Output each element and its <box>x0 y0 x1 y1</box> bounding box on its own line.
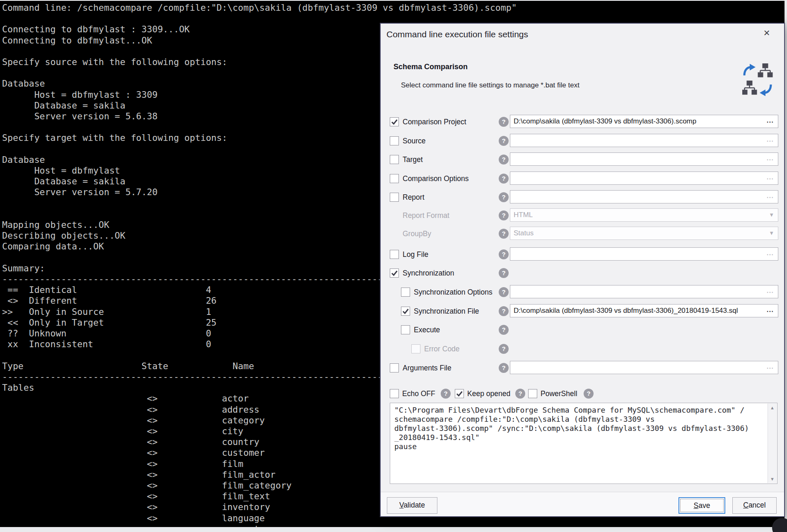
checkbox[interactable] <box>390 117 399 126</box>
chevron-down-icon: ▼ <box>769 209 774 221</box>
help-icon[interactable]: ? <box>499 363 509 373</box>
command-line-settings-dialog: Command line execution file settings × S… <box>380 23 785 517</box>
settings-row-label: Error Code <box>424 342 460 356</box>
checkbox[interactable] <box>390 174 399 183</box>
bat-option-label: Echo OFF <box>402 387 435 401</box>
checkbox[interactable] <box>390 389 399 398</box>
save-button[interactable]: Save <box>678 497 725 514</box>
value-field[interactable]: ... <box>510 247 778 261</box>
settings-row: Synchronization File ? D:\comp\sakila (d… <box>381 304 784 318</box>
scrollbar[interactable]: ▲ ▼ <box>768 404 777 483</box>
settings-row-label: Report Format <box>403 208 449 222</box>
settings-row-label: Source <box>403 134 425 148</box>
browse-ellipsis-button[interactable]: ... <box>767 153 774 164</box>
checkbox[interactable] <box>401 288 410 297</box>
bat-option-label: Keep opened <box>467 387 510 401</box>
help-icon[interactable]: ? <box>499 344 509 354</box>
settings-row: Report Format ? HTML ▼ <box>381 208 784 222</box>
value-field[interactable]: ... <box>510 134 778 147</box>
value-field[interactable]: HTML ▼ <box>510 208 778 222</box>
browse-ellipsis-button[interactable]: ... <box>767 361 774 372</box>
bat-text-editor[interactable]: "C:\Program Files\Devart\dbForge Schema … <box>390 403 777 484</box>
browse-ellipsis-button[interactable]: ... <box>767 285 774 296</box>
help-icon[interactable]: ? <box>499 117 509 127</box>
browse-ellipsis-button[interactable]: ... <box>767 134 774 145</box>
settings-row-label: Execute <box>414 323 440 337</box>
browse-ellipsis-button[interactable]: ... <box>767 191 774 201</box>
value-field[interactable]: ... <box>510 361 778 374</box>
value-field[interactable]: D:\comp\sakila (dbfmylast-3309 vs dbfmyl… <box>510 115 778 128</box>
help-icon[interactable]: ? <box>499 306 509 316</box>
help-icon[interactable]: ? <box>499 155 509 164</box>
settings-row-label: Synchronization File <box>414 304 479 318</box>
bat-options-row: Echo OFF ? Keep opened ? PowerShell ? <box>381 387 784 401</box>
settings-row: Target ? ... <box>381 152 784 167</box>
browse-ellipsis-button[interactable]: ... <box>767 248 774 259</box>
browse-ellipsis-button[interactable]: ... <box>767 115 774 126</box>
settings-row-label: Comparison Project <box>403 115 466 129</box>
help-icon[interactable]: ? <box>499 268 509 278</box>
value-field[interactable]: ... <box>510 152 778 166</box>
checkbox[interactable] <box>390 136 399 145</box>
help-icon[interactable]: ? <box>499 174 509 184</box>
settings-row: Log File ? ... <box>381 247 784 261</box>
dialog-title: Command line execution file settings <box>386 29 528 39</box>
cancel-button[interactable]: Cancel <box>732 497 777 514</box>
settings-row: GroupBy ? Status ▼ <box>381 227 784 241</box>
checkbox[interactable] <box>401 307 410 316</box>
help-icon[interactable]: ? <box>499 325 509 335</box>
help-icon[interactable]: ? <box>499 249 509 259</box>
settings-row-label: Synchronization Options <box>414 285 492 299</box>
bat-text[interactable]: "C:\Program Files\Devart\dbForge Schema … <box>394 406 764 451</box>
checkbox[interactable] <box>390 155 399 164</box>
help-icon[interactable]: ? <box>499 136 509 146</box>
field-value: D:\comp\sakila (dbfmylast-3309 vs dbfmyl… <box>514 115 696 128</box>
help-icon[interactable]: ? <box>515 389 525 399</box>
help-icon[interactable]: ? <box>441 389 451 399</box>
scroll-up-icon[interactable]: ▲ <box>768 405 777 410</box>
bat-option-label: PowerShell <box>541 387 577 401</box>
settings-row-label: GroupBy <box>403 227 431 241</box>
checkbox[interactable] <box>390 268 399 278</box>
checkbox[interactable] <box>455 389 464 398</box>
scroll-down-icon[interactable]: ▼ <box>768 476 777 481</box>
settings-row: Comparison Options ? ... <box>381 172 784 186</box>
value-field[interactable]: ... <box>510 285 778 298</box>
checkbox[interactable] <box>411 344 420 353</box>
settings-row: Source ? ... <box>381 134 784 148</box>
footer-divider <box>381 492 784 492</box>
help-icon[interactable]: ? <box>499 192 509 202</box>
settings-row: Execute ? <box>381 323 784 337</box>
settings-row: Synchronization Options ? ... <box>381 285 784 299</box>
help-icon[interactable]: ? <box>584 389 594 399</box>
help-icon[interactable]: ? <box>499 210 509 220</box>
settings-row: Arguments File ? ... <box>381 361 784 375</box>
browse-ellipsis-button[interactable]: ... <box>767 305 774 315</box>
help-icon[interactable]: ? <box>499 287 509 297</box>
checkbox[interactable] <box>401 325 410 334</box>
value-field[interactable]: ... <box>510 190 778 203</box>
browse-ellipsis-button[interactable]: ... <box>767 172 774 183</box>
settings-row: Synchronization ? <box>381 266 784 280</box>
value-field[interactable]: D:\comp\sakila (dbfmylast-3309 vs dbfmyl… <box>510 304 778 317</box>
value-field[interactable]: ... <box>510 172 778 185</box>
settings-row-label: Target <box>403 152 423 167</box>
settings-row: Comparison Project ? D:\comp\sakila (dbf… <box>381 115 784 129</box>
help-icon[interactable]: ? <box>499 229 509 239</box>
settings-row-label: Log File <box>403 247 428 261</box>
field-value: Status <box>514 227 534 239</box>
checkbox[interactable] <box>390 363 399 372</box>
settings-row: Error Code ? <box>381 342 784 356</box>
screenshot-frame: Command line: /schemacompare /compfile:"… <box>0 0 787 532</box>
close-icon[interactable]: × <box>760 26 773 39</box>
settings-row-label: Arguments File <box>403 361 451 375</box>
checkbox[interactable] <box>390 250 399 259</box>
checkbox[interactable] <box>390 193 399 202</box>
validate-button[interactable]: Validate <box>387 497 437 514</box>
section-title: Schema Comparison <box>394 63 468 71</box>
value-field[interactable]: Status ▼ <box>510 227 778 240</box>
chevron-down-icon: ▼ <box>769 227 774 239</box>
checkbox[interactable] <box>528 389 537 398</box>
field-value: HTML <box>514 209 533 221</box>
settings-row-label: Comparison Options <box>403 172 469 186</box>
